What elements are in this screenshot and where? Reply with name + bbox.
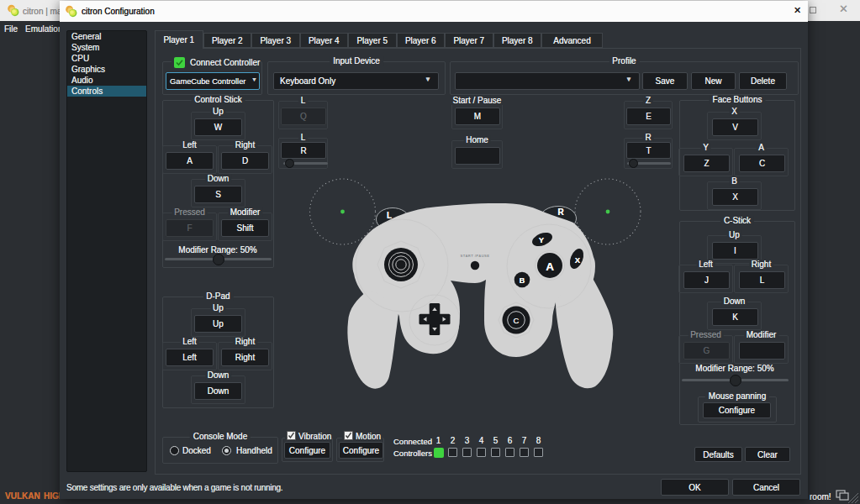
svg-text:Y: Y <box>539 235 545 244</box>
svg-text:B: B <box>520 276 525 285</box>
svg-text:START /PAUSE: START /PAUSE <box>461 254 490 258</box>
svg-text:A: A <box>546 260 554 273</box>
svg-text:C: C <box>514 316 520 325</box>
svg-text:X: X <box>575 255 581 265</box>
svg-text:L: L <box>387 211 392 220</box>
svg-text:R: R <box>557 207 564 217</box>
